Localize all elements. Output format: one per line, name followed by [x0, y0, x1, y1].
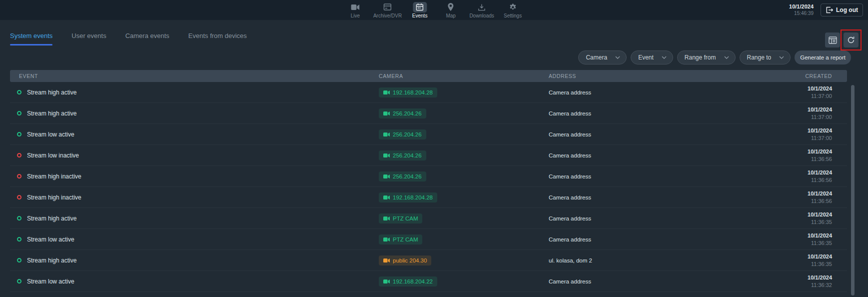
camera-badge[interactable]: PTZ CAM [379, 234, 422, 244]
address-label: Camera address [540, 110, 747, 116]
event-cell: Stream high active [10, 257, 370, 264]
tab-events-from-devices[interactable]: Events from devices [188, 32, 247, 46]
camera-badge[interactable]: 192.168.204.28 [379, 88, 437, 98]
created-time: 11:37:00 [747, 134, 832, 142]
table-row[interactable]: Stream high inactive 192.168.204.28 Came… [10, 187, 847, 208]
tab-system-events[interactable]: System events [10, 32, 52, 46]
event-filter-select[interactable]: Event [631, 50, 673, 64]
nav-label: Archive/DVR [373, 13, 402, 18]
camera-filter-select[interactable]: Camera [578, 50, 627, 64]
camera-badge[interactable]: public 204.30 [379, 256, 431, 266]
table-row[interactable]: Stream low active 256.204.26 Camera addr… [10, 124, 847, 145]
nav-item-events[interactable]: Events [407, 2, 433, 18]
camera-badge[interactable]: 256.204.26 [379, 130, 426, 140]
camera-icon [383, 111, 390, 116]
logout-icon [826, 6, 833, 14]
created-date: 10/1/2024 [747, 253, 832, 260]
camera-cell: 256.204.26 [370, 108, 540, 118]
table-row[interactable]: Stream low inactive 256.204.26 Camera ad… [10, 145, 847, 166]
camera-badge[interactable]: 192.168.204.22 [379, 276, 437, 286]
event-cell: Stream high active [10, 89, 370, 96]
top-bar: Live Archive/DVR Events Map Downloads [0, 0, 868, 20]
address-label: Camera address [540, 278, 747, 284]
created-date: 10/1/2024 [747, 106, 832, 113]
tab-camera-events[interactable]: Camera events [125, 32, 169, 46]
archive-icon [384, 4, 392, 10]
table-toolbar [825, 32, 859, 48]
created-cell: 10/1/2024 11:37:00 [747, 85, 847, 100]
logout-button[interactable]: Log out [821, 4, 863, 16]
event-label: Stream low active [27, 131, 74, 138]
camera-cell: PTZ CAM [370, 214, 540, 224]
created-cell: 10/1/2024 11:37:00 [747, 106, 847, 120]
column-header-event: EVENT [10, 73, 370, 79]
table-row[interactable]: Stream low active 192.168.204.22 Camera … [10, 271, 847, 292]
camera-icon [383, 195, 390, 200]
camera-cell: public 204.30 [370, 256, 540, 266]
camera-icon [383, 153, 390, 158]
nav-label: Downloads [469, 13, 494, 18]
range-from-select[interactable]: Range from [677, 50, 736, 64]
status-icon [17, 132, 21, 136]
report-view-button[interactable] [825, 32, 840, 48]
created-cell: 10/1/2024 11:36:56 [747, 190, 847, 204]
created-date: 10/1/2024 [747, 274, 832, 281]
current-date: 10/1/2024 [789, 4, 814, 10]
camera-icon [383, 90, 390, 95]
filter-bar: Camera Event Range from Range to Generat… [0, 50, 851, 64]
camera-cell: PTZ CAM [370, 234, 540, 244]
event-label: Stream high active [27, 89, 76, 96]
map-pin-icon [448, 3, 454, 11]
table-row[interactable]: Stream low active PTZ CAM Camera address… [10, 229, 847, 250]
camera-name: 192.168.204.28 [393, 90, 433, 96]
created-time: 11:37:00 [747, 92, 832, 100]
table-row[interactable]: Stream high active 192.168.204.28 Camera… [10, 82, 847, 103]
status-icon [17, 216, 21, 220]
status-icon [17, 153, 21, 158]
gear-icon [509, 4, 517, 11]
camera-badge[interactable]: 192.168.204.28 [379, 192, 437, 202]
table-row[interactable]: Stream high active 256.204.26 Camera add… [10, 103, 847, 124]
nav-item-live[interactable]: Live [342, 2, 368, 18]
range-to-select[interactable]: Range to [740, 50, 791, 64]
nav-item-archive-dvr[interactable]: Archive/DVR [373, 2, 402, 18]
address-label: ul. kolasa, dom 2 [540, 258, 747, 264]
event-label: Stream high active [27, 215, 76, 222]
tab-user-events[interactable]: User events [71, 32, 106, 46]
camera-cell: 256.204.26 [370, 150, 540, 160]
nav-label: Settings [504, 13, 522, 18]
report-view-icon [829, 36, 837, 44]
table-row[interactable]: Stream high active public 204.30 ul. kol… [10, 250, 847, 271]
events-table: EVENT CAMERA ADDRESS CREATED Stream high… [10, 70, 847, 292]
camera-badge[interactable]: 256.204.26 [379, 108, 426, 118]
chevron-down-icon [662, 56, 667, 59]
created-time: 11:37:00 [747, 114, 832, 120]
event-cell: Stream high inactive [10, 194, 370, 201]
nav-item-settings[interactable]: Settings [500, 2, 526, 18]
camera-badge[interactable]: 256.204.26 [379, 150, 426, 160]
table-body: Stream high active 192.168.204.28 Camera… [10, 82, 847, 292]
camera-icon [383, 258, 390, 263]
main-nav: Live Archive/DVR Events Map Downloads [342, 0, 526, 20]
camera-badge[interactable]: 256.204.26 [379, 172, 426, 182]
refresh-button[interactable] [844, 32, 859, 48]
event-cell: Stream high active [10, 215, 370, 222]
nav-item-map[interactable]: Map [438, 2, 464, 18]
camera-name: 256.204.26 [393, 132, 422, 138]
scrollbar-thumb[interactable] [851, 85, 855, 296]
camera-icon [383, 216, 390, 221]
table-row[interactable]: Stream high inactive 256.204.26 Camera a… [10, 166, 847, 187]
created-time: 11:36:35 [747, 240, 832, 246]
created-cell: 10/1/2024 11:36:35 [747, 253, 847, 268]
created-cell: 10/1/2024 11:37:00 [747, 127, 847, 142]
camera-name: 256.204.26 [393, 110, 422, 116]
camera-badge[interactable]: PTZ CAM [379, 214, 422, 224]
event-cell: Stream low active [10, 278, 370, 285]
table-row[interactable]: Stream high active PTZ CAM Camera addres… [10, 208, 847, 229]
calendar-icon [416, 3, 424, 11]
status-icon [17, 174, 21, 178]
event-label: Stream high inactive [27, 194, 81, 201]
camera-filter-label: Camera [586, 54, 607, 61]
generate-report-button[interactable]: Generate a report [795, 50, 851, 64]
nav-item-downloads[interactable]: Downloads [469, 2, 495, 18]
